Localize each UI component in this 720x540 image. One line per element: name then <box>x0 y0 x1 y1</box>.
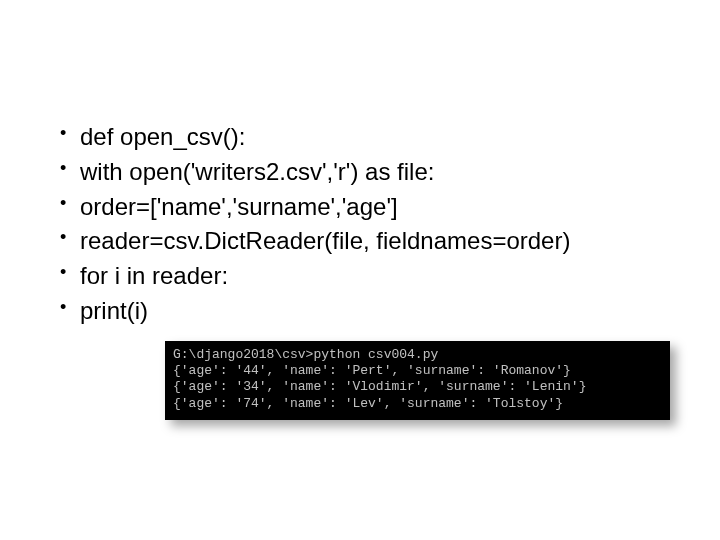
terminal-line: {'age': '44', 'name': 'Pert', 'surname':… <box>173 363 662 379</box>
code-line: def open_csv(): <box>60 120 660 155</box>
code-list: def open_csv(): with open('writers2.csv'… <box>60 120 660 329</box>
terminal-line: {'age': '74', 'name': 'Lev', 'surname': … <box>173 396 662 412</box>
terminal-output: G:\django2018\csv>python csv004.py {'age… <box>165 341 670 420</box>
code-line: print(i) <box>60 294 660 329</box>
code-line: for i in reader: <box>60 259 660 294</box>
slide-content: def open_csv(): with open('writers2.csv'… <box>0 0 720 420</box>
terminal-line: {'age': '34', 'name': 'Vlodimir', 'surna… <box>173 379 662 395</box>
code-line: order=['name','surname','age'] <box>60 190 660 225</box>
terminal-prompt-line: G:\django2018\csv>python csv004.py <box>173 347 662 363</box>
code-line: reader=csv.DictReader(file, fieldnames=o… <box>60 224 660 259</box>
code-line: with open('writers2.csv','r') as file: <box>60 155 660 190</box>
